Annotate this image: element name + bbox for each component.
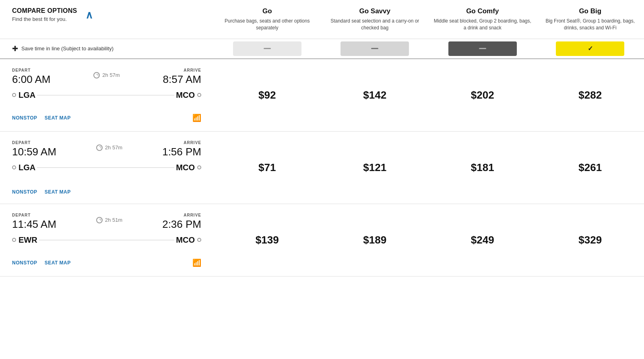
wifi-icon-3: 📶 (192, 258, 201, 267)
arrive-label-2: ARRIVE (162, 140, 201, 145)
flight-row-1: DEPART 6:00 AM 2h 57m ARRIVE 8:57 AM (0, 59, 644, 132)
depart-time-1: 6:00 AM (12, 73, 50, 86)
price-go-comfy-3[interactable]: $249 (429, 204, 537, 276)
dest-airport-1: MCO (176, 91, 195, 100)
checkmark-icon: ✓ (588, 45, 593, 52)
seat-map-link-1[interactable]: SEAT MAP (45, 115, 71, 121)
flight-info-3: DEPART 11:45 AM 2h 51m ARRIVE 2:36 PM (0, 204, 213, 276)
availability-text: Save time in line (Subject to availabili… (21, 45, 114, 52)
origin-airport-2: LGA (19, 163, 35, 172)
collapse-button[interactable]: ∧ (85, 9, 93, 21)
seat-map-link-3[interactable]: SEAT MAP (45, 260, 71, 266)
col-header-go-savvy: Go Savvy Standard seat selection and a c… (321, 7, 429, 35)
duration-1: 2h 57m (93, 68, 120, 78)
origin-dot-3 (12, 238, 16, 242)
flight-row-3: DEPART 11:45 AM 2h 51m ARRIVE 2:36 PM (0, 204, 644, 276)
flight-info-1: DEPART 6:00 AM 2h 57m ARRIVE 8:57 AM (0, 59, 213, 131)
nonstop-link-1[interactable]: NONSTOP (12, 115, 37, 121)
price-go-savvy-3[interactable]: $189 (321, 204, 429, 276)
price-go-big-1[interactable]: $282 (537, 59, 644, 131)
seat-map-link-2[interactable]: SEAT MAP (45, 189, 71, 195)
go-check-cell (213, 41, 321, 56)
origin-dot-1 (12, 93, 16, 97)
wifi-icon-1: 📶 (192, 113, 201, 122)
price-go-3[interactable]: $139 (213, 204, 321, 276)
arrive-label-1: ARRIVE (163, 68, 201, 72)
price-go-comfy-1[interactable]: $202 (429, 59, 537, 131)
nonstop-link-2[interactable]: NONSTOP (12, 189, 37, 195)
go-savvy-check-cell (321, 41, 429, 56)
dest-airport-2: MCO (176, 163, 195, 172)
dest-dot-2 (197, 165, 201, 169)
price-go-savvy-1[interactable]: $142 (321, 59, 429, 131)
compare-subtitle: Find the best fit for you. (12, 16, 77, 22)
route-line-1 (37, 95, 174, 95)
depart-label-2: DEPART (12, 140, 56, 145)
col-header-go: Go Purchase bags, seats and other option… (213, 7, 321, 35)
route-line-2 (37, 167, 174, 168)
clock-icon-2 (96, 144, 103, 151)
arrive-time-3: 2:36 PM (162, 218, 201, 231)
route-line-3 (39, 240, 175, 240)
dest-airport-3: MCO (176, 235, 195, 245)
dest-dot-3 (197, 238, 201, 242)
price-go-savvy-2[interactable]: $121 (321, 132, 429, 204)
flight-info-2: DEPART 10:59 AM 2h 57m ARRIVE 1:56 PM (0, 132, 213, 204)
col-header-go-big: Go Big Big Front Seat®, Group 1 boarding… (537, 7, 644, 35)
arrive-label-3: ARRIVE (162, 213, 201, 217)
origin-airport-1: LGA (19, 91, 35, 100)
go-big-check-cell: ✓ (537, 41, 644, 56)
depart-time-3: 11:45 AM (12, 218, 56, 231)
price-go-big-2[interactable]: $261 (537, 132, 644, 204)
go-comfy-check-cell (429, 41, 537, 56)
arrive-time-1: 8:57 AM (163, 73, 201, 86)
price-go-comfy-2[interactable]: $181 (429, 132, 537, 204)
clock-icon-3 (96, 217, 103, 223)
depart-label-1: DEPART (12, 68, 50, 72)
col-header-go-comfy: Go Comfy Middle seat blocked, Group 2 bo… (429, 7, 537, 35)
flight-row-2: DEPART 10:59 AM 2h 57m ARRIVE 1:56 PM (0, 132, 644, 204)
price-go-big-3[interactable]: $329 (537, 204, 644, 276)
arrive-time-2: 1:56 PM (162, 146, 201, 158)
compare-title: COMPARE OPTIONS (12, 7, 77, 14)
clock-icon-1 (93, 72, 100, 78)
price-go-2[interactable]: $71 (213, 132, 321, 204)
origin-dot-2 (12, 165, 16, 169)
price-go-1[interactable]: $92 (213, 59, 321, 131)
depart-time-2: 10:59 AM (12, 146, 56, 158)
depart-label-3: DEPART (12, 213, 56, 217)
dest-dot-1 (197, 93, 201, 97)
nonstop-link-3[interactable]: NONSTOP (12, 260, 37, 266)
priority-icon: ✚ (12, 44, 18, 53)
duration-2: 2h 57m (96, 140, 122, 151)
origin-airport-3: EWR (19, 235, 37, 245)
duration-3: 2h 51m (96, 213, 122, 223)
